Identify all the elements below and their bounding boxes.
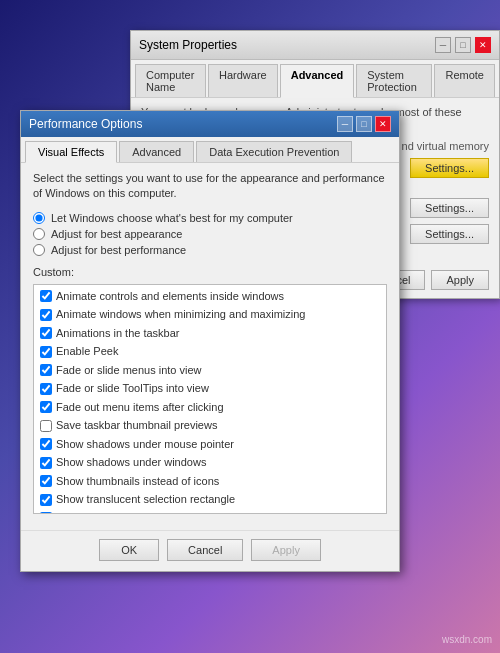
checkbox-11[interactable] <box>40 494 52 506</box>
checkbox-item: Animate windows when minimizing and maxi… <box>36 305 384 324</box>
tab-remote[interactable]: Remote <box>434 64 495 97</box>
checkbox-item: Animations in the taskbar <box>36 324 384 343</box>
checkbox-5[interactable] <box>40 383 52 395</box>
radio-group: Let Windows choose what's best for my co… <box>33 212 387 256</box>
radio-let-windows[interactable]: Let Windows choose what's best for my co… <box>33 212 387 224</box>
settings-button-2[interactable]: Settings... <box>410 198 489 218</box>
system-props-controls: ─ □ ✕ <box>435 37 491 53</box>
settings-button-1[interactable]: Settings... <box>410 158 489 178</box>
perf-title: Performance Options <box>29 117 142 131</box>
perf-close-button[interactable]: ✕ <box>375 116 391 132</box>
radio-best-appearance[interactable]: Adjust for best appearance <box>33 228 387 240</box>
checkbox-label-1: Animate windows when minimizing and maxi… <box>56 306 305 323</box>
checkbox-item: Enable Peek <box>36 342 384 361</box>
checkbox-item: Show translucent selection rectangle <box>36 490 384 509</box>
apply-button[interactable]: Apply <box>251 539 321 561</box>
checkbox-item: Show shadows under mouse pointer <box>36 435 384 454</box>
checkbox-item: Show window contents while dragging <box>36 509 384 514</box>
maximize-button[interactable]: □ <box>455 37 471 53</box>
ok-button[interactable]: OK <box>99 539 159 561</box>
checkbox-9[interactable] <box>40 457 52 469</box>
radio-best-performance[interactable]: Adjust for best performance <box>33 244 387 256</box>
checkbox-label-11: Show translucent selection rectangle <box>56 491 235 508</box>
checkbox-label-9: Show shadows under windows <box>56 454 206 471</box>
checkbox-label-12: Show window contents while dragging <box>56 510 242 514</box>
checkbox-label-8: Show shadows under mouse pointer <box>56 436 234 453</box>
perf-footer: OK Cancel Apply <box>21 530 399 571</box>
perf-content: Select the settings you want to use for … <box>21 163 399 530</box>
checkbox-list: Animate controls and elements inside win… <box>34 285 386 514</box>
checkbox-label-3: Enable Peek <box>56 343 118 360</box>
checkbox-label-7: Save taskbar thumbnail previews <box>56 417 217 434</box>
perf-titlebar: Performance Options ─ □ ✕ <box>21 111 399 137</box>
checkbox-7[interactable] <box>40 420 52 432</box>
close-button[interactable]: ✕ <box>475 37 491 53</box>
minimize-button[interactable]: ─ <box>435 37 451 53</box>
checkbox-item: Animate controls and elements inside win… <box>36 287 384 306</box>
system-props-tabs: Computer Name Hardware Advanced System P… <box>131 60 499 98</box>
checkbox-item: Fade or slide menus into view <box>36 361 384 380</box>
perf-maximize-button[interactable]: □ <box>356 116 372 132</box>
checkbox-10[interactable] <box>40 475 52 487</box>
checkbox-item: Show thumbnails instead of icons <box>36 472 384 491</box>
checkbox-label-5: Fade or slide ToolTips into view <box>56 380 209 397</box>
radio-let-windows-label: Let Windows choose what's best for my co… <box>51 212 293 224</box>
radio-best-appearance-input[interactable] <box>33 228 45 240</box>
radio-best-appearance-label: Adjust for best appearance <box>51 228 182 240</box>
performance-options-window: Performance Options ─ □ ✕ Visual Effects… <box>20 110 400 572</box>
checkbox-label-0: Animate controls and elements inside win… <box>56 288 284 305</box>
checkbox-3[interactable] <box>40 346 52 358</box>
radio-best-performance-input[interactable] <box>33 244 45 256</box>
checkbox-1[interactable] <box>40 309 52 321</box>
watermark: wsxdn.com <box>442 634 492 645</box>
settings-button-3[interactable]: Settings... <box>410 224 489 244</box>
system-props-title: System Properties <box>139 38 237 52</box>
tab-computer-name[interactable]: Computer Name <box>135 64 206 97</box>
tab-visual-effects[interactable]: Visual Effects <box>25 141 117 163</box>
tab-advanced[interactable]: Advanced <box>280 64 355 98</box>
checkbox-list-container[interactable]: Animate controls and elements inside win… <box>33 284 387 514</box>
tab-system-protection[interactable]: System Protection <box>356 64 432 97</box>
custom-label: Custom: <box>33 266 387 278</box>
checkbox-item: Fade or slide ToolTips into view <box>36 379 384 398</box>
checkbox-2[interactable] <box>40 327 52 339</box>
radio-best-performance-label: Adjust for best performance <box>51 244 186 256</box>
cancel-button[interactable]: Cancel <box>167 539 243 561</box>
apply-button-sp[interactable]: Apply <box>431 270 489 290</box>
checkbox-0[interactable] <box>40 290 52 302</box>
checkbox-label-6: Fade out menu items after clicking <box>56 399 224 416</box>
tab-data-execution[interactable]: Data Execution Prevention <box>196 141 352 162</box>
checkbox-6[interactable] <box>40 401 52 413</box>
tab-hardware[interactable]: Hardware <box>208 64 278 97</box>
checkbox-12[interactable] <box>40 512 52 514</box>
virtual-memory-label: nd virtual memory <box>402 140 489 152</box>
system-props-titlebar: System Properties ─ □ ✕ <box>131 31 499 60</box>
perf-description: Select the settings you want to use for … <box>33 171 387 202</box>
checkbox-item: Show shadows under windows <box>36 453 384 472</box>
checkbox-8[interactable] <box>40 438 52 450</box>
checkbox-label-2: Animations in the taskbar <box>56 325 180 342</box>
checkbox-4[interactable] <box>40 364 52 376</box>
perf-minimize-button[interactable]: ─ <box>337 116 353 132</box>
checkbox-label-4: Fade or slide menus into view <box>56 362 202 379</box>
perf-tabs: Visual Effects Advanced Data Execution P… <box>21 137 399 163</box>
tab-advanced-perf[interactable]: Advanced <box>119 141 194 162</box>
radio-let-windows-input[interactable] <box>33 212 45 224</box>
checkbox-item: Fade out menu items after clicking <box>36 398 384 417</box>
perf-controls: ─ □ ✕ <box>337 116 391 132</box>
checkbox-item: Save taskbar thumbnail previews <box>36 416 384 435</box>
checkbox-label-10: Show thumbnails instead of icons <box>56 473 219 490</box>
